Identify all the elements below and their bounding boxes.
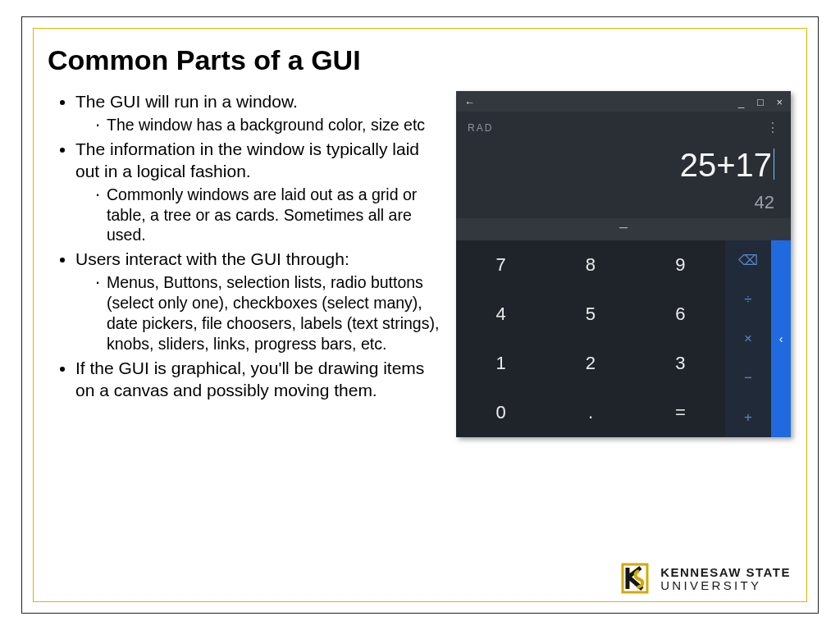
calc-titlebar: ← _ □ × [456, 91, 791, 112]
university-name: KENNESAW STATE UNIVERSITY [660, 566, 791, 591]
calculator-screenshot: ← _ □ × RAD ⋮ 25+17 42 – 7 8 9 [456, 91, 791, 437]
key-0[interactable]: 0 [456, 388, 546, 437]
back-icon[interactable]: ← [464, 96, 475, 108]
window-controls: _ □ × [728, 96, 783, 108]
sub-bullet-text: The window has a background color, size … [95, 115, 441, 135]
bullet-text: The information in the window is typical… [75, 139, 419, 180]
key-3[interactable]: 3 [636, 339, 725, 388]
key-8[interactable]: 8 [546, 240, 635, 290]
key-1[interactable]: 1 [456, 339, 546, 388]
angle-mode-label[interactable]: RAD [468, 122, 493, 134]
slide-title: Common Parts of a GUI [48, 44, 792, 76]
calc-expression[interactable]: 25+17 [456, 139, 791, 189]
bullet-text: The GUI will run in a window. [75, 92, 298, 111]
calc-result: 42 [456, 189, 791, 218]
university-logo: KENNESAW STATE UNIVERSITY [618, 561, 791, 596]
sub-bullet-text: Commonly windows are laid out as a grid … [95, 185, 441, 246]
ksu-logo-icon [618, 561, 652, 596]
key-multiply[interactable]: × [725, 319, 771, 358]
bullet-item: The information in the window is typical… [75, 139, 441, 246]
key-2[interactable]: 2 [546, 339, 635, 388]
expression-text: 25+17 [680, 147, 772, 183]
slide-content: Common Parts of a GUI The GUI will run i… [48, 44, 792, 586]
key-add[interactable]: + [725, 398, 771, 437]
key-backspace[interactable]: ⌫ [725, 240, 771, 280]
maximize-icon[interactable]: □ [757, 96, 764, 108]
key-decimal[interactable]: . [546, 388, 635, 437]
kebab-menu-icon[interactable]: ⋮ [766, 120, 779, 135]
bullet-item: Users interact with the GUI through: Men… [75, 249, 441, 354]
logo-line-1: KENNESAW STATE [660, 566, 791, 578]
sub-bullet-text: Menus, Buttons, selection lists, radio b… [95, 272, 441, 354]
number-pad: 7 8 9 4 5 6 1 2 3 0 . = [456, 240, 725, 437]
calc-keypad: 7 8 9 4 5 6 1 2 3 0 . = ⌫ ÷ × − [456, 240, 791, 437]
key-5[interactable]: 5 [546, 290, 635, 339]
key-4[interactable]: 4 [456, 290, 546, 339]
calc-modebar: RAD ⋮ [456, 112, 791, 139]
bullet-list: The GUI will run in a window. The window… [48, 91, 441, 402]
operator-column: ⌫ ÷ × − + [725, 240, 771, 437]
key-7[interactable]: 7 [456, 240, 546, 290]
close-icon[interactable]: × [776, 96, 783, 108]
bullet-text: If the GUI is graphical, you'll be drawi… [75, 358, 424, 399]
slide-body: The GUI will run in a window. The window… [48, 91, 792, 437]
sub-bullet-list: Menus, Buttons, selection lists, radio b… [75, 272, 441, 354]
bullet-item: If the GUI is graphical, you'll be drawi… [75, 358, 441, 402]
sub-bullet-list: Commonly windows are laid out as a grid … [75, 185, 441, 246]
key-divide[interactable]: ÷ [725, 280, 771, 319]
key-equals[interactable]: = [636, 388, 725, 437]
bullet-text: Users interact with the GUI through: [75, 249, 349, 268]
key-9[interactable]: 9 [636, 240, 725, 290]
sub-bullet-list: The window has a background color, size … [75, 115, 441, 135]
key-subtract[interactable]: − [725, 358, 771, 398]
minimize-icon[interactable]: _ [738, 96, 744, 108]
expand-panel-button[interactable]: ‹ [771, 240, 791, 437]
collapse-handle-icon[interactable]: – [456, 218, 791, 240]
bullet-item: The GUI will run in a window. The window… [75, 91, 441, 135]
cursor-icon [774, 148, 774, 180]
text-column: The GUI will run in a window. The window… [48, 91, 441, 437]
logo-line-2: UNIVERSITY [660, 579, 791, 591]
key-6[interactable]: 6 [636, 290, 725, 339]
